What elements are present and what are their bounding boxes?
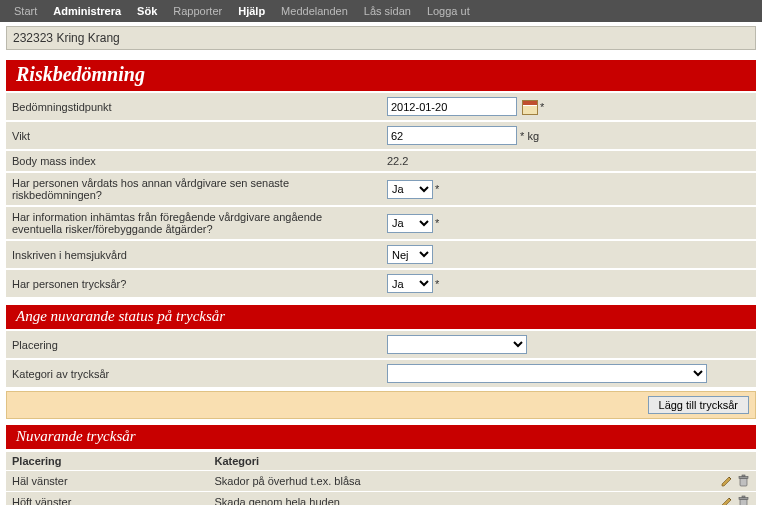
current-panel-title: Nuvarande trycksår xyxy=(6,425,756,449)
bmi-value: 22.2 xyxy=(381,151,756,171)
svg-rect-5 xyxy=(742,496,745,498)
risk-panel-title: Riskbedömning xyxy=(6,60,756,91)
current-table: Placering Kategori Häl vänster Skador på… xyxy=(6,451,756,505)
nav-hjalp[interactable]: Hjälp xyxy=(230,5,273,17)
svg-rect-3 xyxy=(740,499,747,505)
nav-start[interactable]: Start xyxy=(6,5,45,17)
kategori-select[interactable] xyxy=(387,364,707,383)
q2-select[interactable]: Ja xyxy=(387,214,433,233)
bed-tid-label: Bedömningstidpunkt xyxy=(6,93,381,120)
required-mark: * xyxy=(435,183,439,195)
q4-label: Har personen trycksår? xyxy=(6,270,381,297)
table-row: Häl vänster Skador på överhud t.ex. blås… xyxy=(6,471,756,491)
required-mark: * xyxy=(435,217,439,229)
placering-select[interactable] xyxy=(387,335,527,354)
add-trycksar-button[interactable]: Lägg till trycksår xyxy=(648,396,749,414)
risk-grid: Bedömningstidpunkt * Vikt * kg Body mass… xyxy=(6,91,756,299)
q4-select[interactable]: Ja xyxy=(387,274,433,293)
col-kategori: Kategori xyxy=(209,452,707,470)
q1-select[interactable]: Ja xyxy=(387,180,433,199)
cell-placering: Höft vänster xyxy=(6,492,209,505)
nav-administrera[interactable]: Administrera xyxy=(45,5,129,17)
q1-label: Har personen vårdats hos annan vårdgivar… xyxy=(6,173,381,205)
bed-tid-input[interactable] xyxy=(387,97,517,116)
edit-icon[interactable] xyxy=(720,495,734,505)
q3-label: Inskriven i hemsjukvård xyxy=(6,241,381,268)
svg-rect-0 xyxy=(740,478,747,486)
required-mark: * xyxy=(540,101,544,113)
nav-rapporter[interactable]: Rapporter xyxy=(165,5,230,17)
vikt-unit: * kg xyxy=(520,130,539,142)
trash-icon[interactable] xyxy=(737,495,750,505)
table-row: Höft vänster Skada genom hela huden xyxy=(6,492,756,505)
nav-las-sidan[interactable]: Lås sidan xyxy=(356,5,419,17)
q2-label: Har information inhämtas från föregående… xyxy=(6,207,381,239)
svg-rect-2 xyxy=(742,475,745,477)
vikt-label: Vikt xyxy=(6,122,381,149)
status-action-bar: Lägg till trycksår xyxy=(6,391,756,419)
required-mark: * xyxy=(435,278,439,290)
top-nav: Start Administrera Sök Rapporter Hjälp M… xyxy=(0,0,762,22)
nav-logga-ut[interactable]: Logga ut xyxy=(419,5,478,17)
trash-icon[interactable] xyxy=(737,474,750,488)
cell-kategori: Skada genom hela huden xyxy=(209,492,707,505)
status-panel-title: Ange nuvarande status på trycksår xyxy=(6,305,756,329)
calendar-icon[interactable] xyxy=(522,100,538,115)
vikt-input[interactable] xyxy=(387,126,517,145)
nav-sok[interactable]: Sök xyxy=(129,5,165,17)
kategori-label: Kategori av trycksår xyxy=(6,360,381,387)
status-grid: Placering Kategori av trycksår xyxy=(6,329,756,389)
bmi-label: Body mass index xyxy=(6,151,381,171)
placering-label: Placering xyxy=(6,331,381,358)
cell-kategori: Skador på överhud t.ex. blåsa xyxy=(209,471,707,491)
q3-select[interactable]: Nej xyxy=(387,245,433,264)
nav-meddelanden[interactable]: Meddelanden xyxy=(273,5,356,17)
cell-placering: Häl vänster xyxy=(6,471,209,491)
col-actions xyxy=(706,452,756,470)
patient-bar: 232323 Kring Krang xyxy=(6,26,756,50)
col-placering: Placering xyxy=(6,452,209,470)
edit-icon[interactable] xyxy=(720,474,734,488)
